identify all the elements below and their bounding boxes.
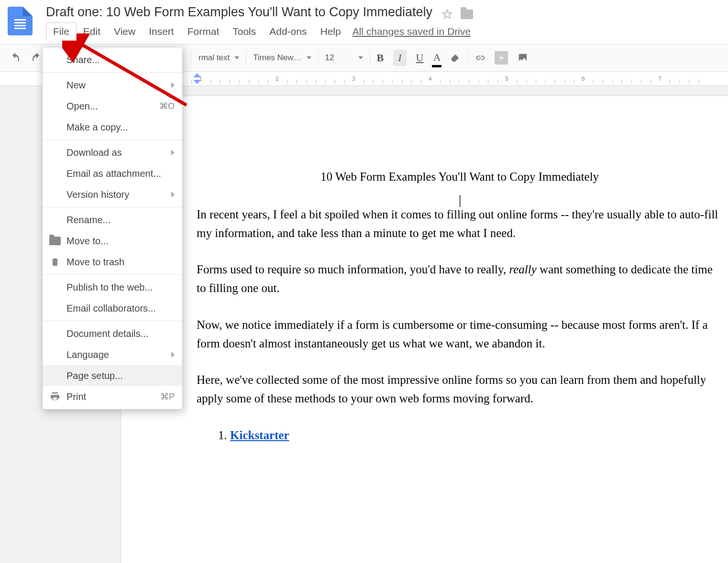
- kickstarter-link[interactable]: Kickstarter: [230, 429, 289, 442]
- menu-item-share[interactable]: Share...: [43, 49, 182, 70]
- text-cursor: |: [197, 189, 723, 206]
- menu-item-email-attachment[interactable]: Email as attachment...: [43, 163, 182, 184]
- printer-icon: [49, 391, 61, 402]
- chevron-right-icon: [171, 352, 175, 357]
- font-select[interactable]: Times New…: [248, 53, 316, 63]
- menu-edit[interactable]: Edit: [77, 23, 107, 40]
- menu-addons[interactable]: Add-ons: [263, 23, 313, 40]
- menu-format[interactable]: Format: [181, 23, 226, 40]
- bold-button[interactable]: B: [372, 49, 389, 67]
- doc-heading: 10 Web Form Examples You'll Want to Copy…: [197, 168, 723, 186]
- menu-help[interactable]: Help: [313, 23, 347, 40]
- doc-paragraph: Now, we notice immediately if a form is …: [197, 316, 723, 353]
- menu-item-rename[interactable]: Rename...: [43, 209, 182, 230]
- text-color-button[interactable]: A: [428, 48, 445, 67]
- insert-link-button[interactable]: [470, 50, 490, 66]
- menu-item-move-to[interactable]: Move to...: [43, 230, 182, 251]
- trash-icon: [49, 257, 61, 267]
- paragraph-style-select[interactable]: rmal text: [194, 53, 244, 63]
- save-status[interactable]: All changes saved in Drive: [353, 26, 471, 37]
- doc-header: Draft one: 10 Web Form Examples You'll W…: [0, 0, 728, 44]
- menu-item-language[interactable]: Language: [43, 344, 182, 365]
- menu-item-download-as[interactable]: Download as: [43, 142, 182, 163]
- insert-image-button[interactable]: [513, 50, 536, 66]
- menu-item-document-details[interactable]: Document details...: [43, 323, 182, 344]
- menu-item-new[interactable]: New: [43, 75, 182, 96]
- menu-view[interactable]: View: [107, 23, 142, 40]
- menu-item-open[interactable]: Open...⌘O: [43, 96, 182, 117]
- italic-button[interactable]: I: [388, 47, 411, 69]
- file-dropdown-menu: Share... New Open...⌘O Make a copy... Do…: [42, 47, 183, 410]
- chevron-right-icon: [171, 82, 175, 88]
- doc-paragraph: Here, we've collected some of the most i…: [197, 371, 723, 408]
- add-comment-button[interactable]: +: [490, 48, 513, 67]
- menu-item-print[interactable]: Print⌘P: [43, 386, 182, 407]
- menu-item-publish-web[interactable]: Publish to the web...: [43, 277, 182, 298]
- menubar: File Edit View Insert Format Tools Add-o…: [46, 22, 728, 44]
- font-size-select[interactable]: 12: [320, 53, 368, 63]
- menu-item-page-setup[interactable]: Page setup...: [43, 365, 182, 386]
- menu-item-move-to-trash[interactable]: Move to trash: [43, 251, 182, 272]
- menu-tools[interactable]: Tools: [226, 23, 263, 40]
- undo-button[interactable]: [5, 49, 26, 66]
- svg-marker-0: [443, 10, 452, 18]
- doc-title[interactable]: Draft one: 10 Web Form Examples You'll W…: [46, 4, 432, 22]
- chevron-right-icon: [171, 150, 175, 155]
- document-page[interactable]: 10 Web Form Examples You'll Want to Copy…: [121, 96, 728, 563]
- docs-logo-icon[interactable]: [8, 7, 33, 35]
- menu-item-email-collaborators[interactable]: Email collaborators...: [43, 298, 182, 319]
- chevron-right-icon: [171, 192, 175, 197]
- menu-item-make-copy[interactable]: Make a copy...: [43, 117, 182, 138]
- menu-item-version-history[interactable]: Version history: [43, 184, 182, 205]
- menu-insert[interactable]: Insert: [142, 23, 181, 40]
- doc-paragraph: Forms used to require so much informatio…: [197, 260, 723, 298]
- underline-button[interactable]: U: [411, 49, 429, 67]
- move-folder-icon[interactable]: [461, 10, 473, 19]
- highlight-button[interactable]: [445, 50, 465, 66]
- doc-paragraph: In recent years, I feel a bit spoiled wh…: [197, 206, 723, 243]
- menu-file[interactable]: File: [46, 22, 77, 41]
- doc-list-item: Kickstarter: [230, 426, 723, 445]
- star-icon[interactable]: [442, 9, 452, 20]
- folder-icon: [49, 237, 61, 245]
